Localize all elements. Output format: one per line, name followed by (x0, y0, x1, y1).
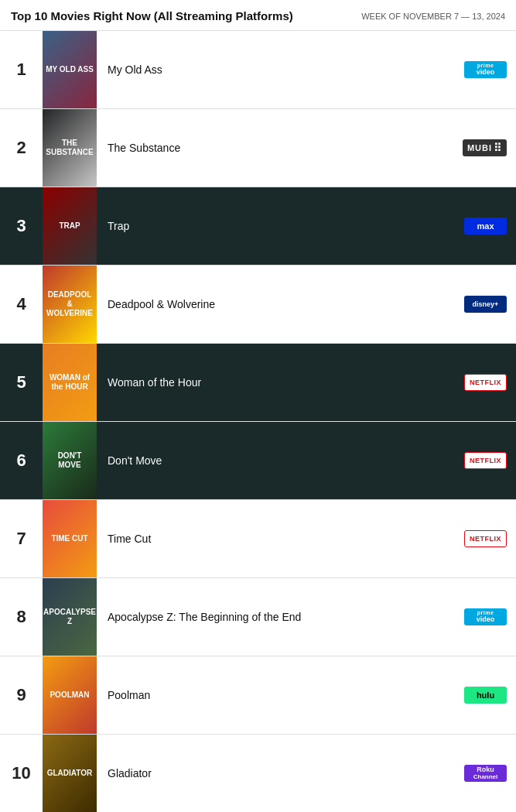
movie-title: The Substance (97, 142, 454, 154)
movie-title: Gladiator (97, 767, 454, 779)
movie-poster: WOMAN of the HOUR (43, 344, 97, 421)
movie-row[interactable]: 8APOCALYPSE ZApocalypse Z: The Beginning… (0, 578, 516, 656)
week-label: WEEK OF NOVEMBER 7 — 13, 2024 (361, 12, 505, 21)
rank-number: 3 (0, 216, 43, 236)
platform-badge: hulu (464, 687, 507, 704)
platform-badge-cell: primevideo (454, 61, 516, 78)
rank-number: 7 (0, 529, 43, 549)
movie-row[interactable]: 7TIME CUTTime CutNETFLIX (0, 500, 516, 578)
platform-badge-cell: max (454, 218, 516, 235)
movie-poster: TIME CUT (43, 500, 97, 577)
platform-badge-cell: NETFLIX (454, 452, 516, 469)
movie-row[interactable]: 4DEADPOOL & WOLVERINEDeadpool & Wolverin… (0, 266, 516, 344)
rank-number: 4 (0, 294, 43, 314)
platform-badge: MUBI ⠿ (463, 139, 507, 156)
page-header: Top 10 Movies Right Now (All Streaming P… (0, 0, 516, 31)
rank-number: 6 (0, 451, 43, 471)
rank-number: 8 (0, 607, 43, 627)
movie-title: Time Cut (97, 533, 454, 545)
movie-title: Woman of the Hour (97, 376, 454, 389)
page-title: Top 10 Movies Right Now (All Streaming P… (11, 9, 293, 22)
platform-badge: RokuChannel (464, 765, 507, 782)
movie-poster: POOLMAN (43, 656, 97, 734)
movie-title: Apocalypse Z: The Beginning of the End (97, 611, 454, 623)
platform-badge-cell: NETFLIX (454, 530, 516, 547)
rank-number: 9 (0, 685, 43, 705)
movies-list: 1MY OLD ASSMy Old Assprimevideo2THE SUBS… (0, 31, 516, 812)
movie-row[interactable]: 9POOLMANPoolmanhulu (0, 656, 516, 735)
platform-badge-cell: primevideo (454, 608, 516, 625)
platform-badge-cell: MUBI ⠿ (454, 139, 516, 156)
platform-badge: NETFLIX (464, 374, 507, 391)
movie-row[interactable]: 1MY OLD ASSMy Old Assprimevideo (0, 31, 516, 109)
movie-title: Trap (97, 220, 454, 232)
platform-badge-cell: disney+ (454, 296, 516, 313)
movie-row[interactable]: 10GLADIATORGladiatorRokuChannel (0, 735, 516, 812)
movie-poster: APOCALYPSE Z (43, 578, 97, 656)
movie-poster: MY OLD ASS (43, 31, 97, 108)
movie-poster: TRAP (43, 187, 97, 265)
platform-badge: max (464, 218, 507, 235)
movie-poster: DON'T MOVE (43, 422, 97, 499)
platform-badge: NETFLIX (464, 530, 507, 547)
rank-number: 1 (0, 60, 43, 80)
movie-row[interactable]: 3TRAPTrapmax (0, 187, 516, 266)
movie-poster: THE SUBSTANCE (43, 109, 97, 187)
rank-number: 2 (0, 138, 43, 158)
platform-badge: NETFLIX (464, 452, 507, 469)
movie-row[interactable]: 2THE SUBSTANCEThe SubstanceMUBI ⠿ (0, 109, 516, 187)
movie-row[interactable]: 6DON'T MOVEDon't MoveNETFLIX (0, 422, 516, 500)
movie-title: Deadpool & Wolverine (97, 298, 454, 310)
movie-title: Poolman (97, 689, 454, 701)
platform-badge: primevideo (464, 608, 507, 625)
movie-poster: DEADPOOL & WOLVERINE (43, 266, 97, 343)
movie-row[interactable]: 5WOMAN of the HOURWoman of the HourNETFL… (0, 344, 516, 422)
platform-badge: primevideo (464, 61, 507, 78)
platform-badge-cell: NETFLIX (454, 374, 516, 391)
rank-number: 5 (0, 372, 43, 392)
movie-title: My Old Ass (97, 63, 454, 76)
rank-number: 10 (0, 763, 43, 783)
platform-badge-cell: RokuChannel (454, 765, 516, 782)
platform-badge: disney+ (464, 296, 507, 313)
platform-badge-cell: hulu (454, 687, 516, 704)
movie-title: Don't Move (97, 454, 454, 467)
movie-poster: GLADIATOR (43, 735, 97, 812)
